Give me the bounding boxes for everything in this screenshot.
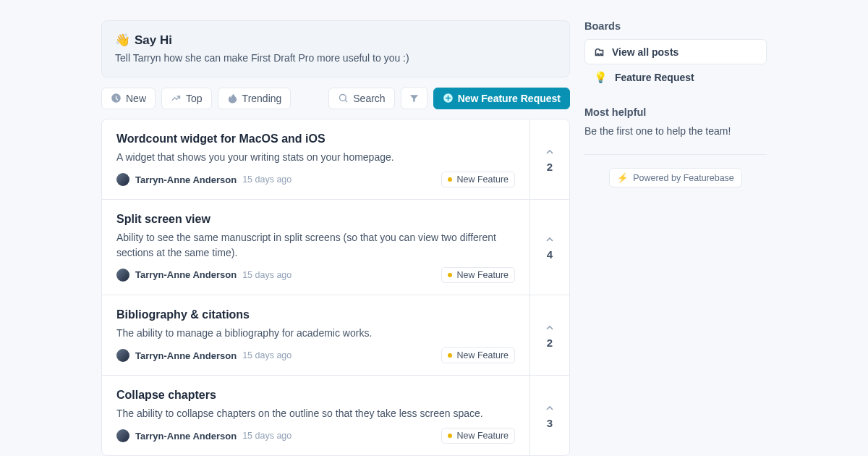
sort-top-button[interactable]: Top [161,88,212,109]
board-item-all[interactable]: 🗂 View all posts [584,39,767,64]
board-item-label: View all posts [612,46,678,58]
post-author: Tarryn-Anne Anderson [135,269,237,280]
post-author: Tarryn-Anne Anderson [135,174,237,185]
upvote-button[interactable]: 4 [529,200,569,295]
search-label: Search [353,93,385,104]
banner-subtitle: Tell Tarryn how she can make First Draft… [115,52,556,64]
search-icon [338,93,349,104]
post-title: Wordcount widget for MacOS and iOS [116,132,515,145]
status-label: New Feature [456,350,509,360]
post-description: The ability to collapse chapters on the … [116,406,515,421]
post-row[interactable]: Bibliography & citations The ability to … [102,295,569,376]
status-badge: New Feature [441,172,515,187]
plus-circle-icon [443,93,454,104]
sort-trending-button[interactable]: Trending [218,88,292,109]
status-badge: New Feature [441,428,515,444]
post-time: 15 days ago [242,270,292,280]
upvote-button[interactable]: 2 [529,119,569,199]
status-label: New Feature [456,174,509,185]
status-badge: New Feature [441,267,515,283]
wave-icon: 👋 [115,33,130,48]
post-description: The ability to manage a bibliography for… [116,326,515,340]
chevron-up-icon [544,146,556,158]
board-item-feature-request[interactable]: 💡 Feature Request [584,64,767,90]
avatar [116,349,129,362]
fire-icon [227,93,238,104]
sort-top-label: Top [186,93,203,104]
post-time: 15 days ago [242,174,292,185]
greeting-banner: 👋 Say Hi Tell Tarryn how she can make Fi… [101,20,570,77]
boards-section: Boards 🗂 View all posts 💡 Feature Reques… [584,20,767,90]
status-badge: New Feature [441,347,515,363]
sort-toolbar: New Top Trending Search [101,87,570,109]
sort-new-label: New [126,93,146,104]
post-author: Tarryn-Anne Anderson [135,431,237,442]
vote-count: 3 [547,417,553,429]
post-row[interactable]: Split screen view Ability to see the sam… [102,200,569,295]
avatar [116,173,129,186]
status-dot-icon [448,273,452,277]
powered-by-label: Powered by Featurebase [633,173,734,183]
board-item-label: Feature Request [615,72,694,83]
post-author: Tarryn-Anne Anderson [135,350,237,361]
post-title: Collapse chapters [116,389,515,402]
status-dot-icon [448,434,452,438]
chevron-up-icon [544,322,556,334]
new-feature-request-label: New Feature Request [458,93,561,104]
filter-button[interactable] [401,87,427,109]
powered-by-badge[interactable]: ⚡ Powered by Featurebase [609,168,742,187]
vote-count: 4 [547,248,553,261]
boards-heading: Boards [584,20,767,32]
post-time: 15 days ago [242,431,292,441]
status-label: New Feature [456,431,509,441]
bulb-icon: 💡 [594,71,608,84]
cards-icon: 🗂 [594,46,605,58]
upvote-button[interactable]: 2 [529,295,569,375]
chevron-up-icon [544,402,556,414]
status-dot-icon [448,177,452,182]
vote-count: 2 [547,161,553,173]
status-dot-icon [448,353,452,358]
post-row[interactable]: Collapse chapters The ability to collaps… [102,376,569,455]
post-description: Ability to see the same manuscript in sp… [116,230,515,260]
banner-title: 👋 Say Hi [115,33,556,48]
post-time: 15 days ago [242,350,292,360]
vote-count: 2 [547,337,553,349]
trending-up-icon [171,93,182,104]
search-button[interactable]: Search [328,88,394,109]
chevron-up-icon [544,234,556,245]
svg-point-0 [340,95,346,101]
post-row[interactable]: Wordcount widget for MacOS and iOS A wid… [102,119,569,200]
banner-title-text: Say Hi [135,33,172,48]
status-label: New Feature [456,270,509,280]
helpful-heading: Most helpful [584,106,767,118]
helpful-section: Most helpful Be the first one to help th… [584,106,767,187]
helpful-empty-text: Be the first one to help the team! [584,125,767,137]
upvote-button[interactable]: 3 [529,376,569,455]
divider [584,154,767,155]
sort-trending-label: Trending [242,93,282,104]
post-title: Split screen view [116,213,515,226]
posts-list: Wordcount widget for MacOS and iOS A wid… [101,119,570,456]
filter-icon [409,93,420,104]
post-title: Bibliography & citations [116,308,515,321]
bolt-icon: ⚡ [617,172,629,183]
sort-new-button[interactable]: New [101,88,156,109]
avatar [116,429,129,442]
avatar [116,269,129,282]
new-feature-request-button[interactable]: New Feature Request [433,88,570,109]
post-description: A widget that shows you your writing sta… [116,150,515,164]
clock-icon [111,93,122,104]
